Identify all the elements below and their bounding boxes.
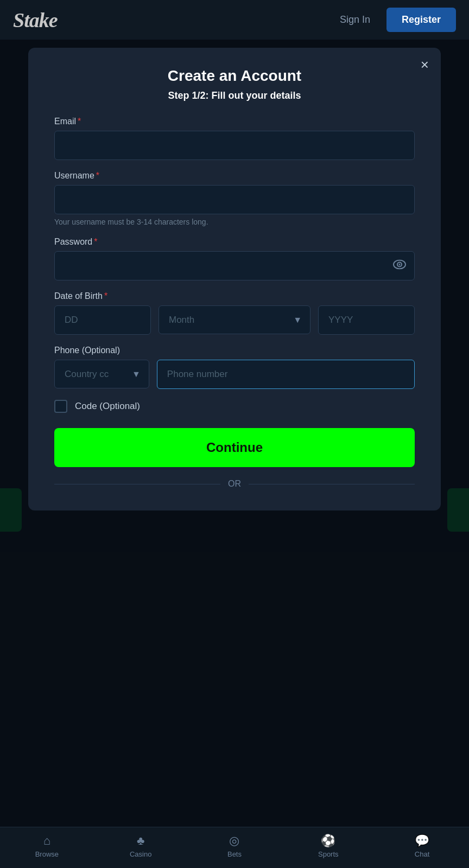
- phone-label: Phone (Optional): [54, 346, 415, 355]
- nav-label-chat: Chat: [415, 850, 429, 858]
- chat-icon: 💬: [415, 835, 429, 847]
- password-label: Password*: [54, 237, 415, 247]
- eye-icon: [393, 260, 406, 270]
- username-input[interactable]: [54, 185, 415, 214]
- email-group: Email*: [54, 117, 415, 160]
- dob-required-star: *: [104, 291, 107, 301]
- dob-row: Month January February March April May J…: [54, 305, 415, 335]
- dob-month-wrapper: Month January February March April May J…: [159, 305, 310, 335]
- username-hint: Your username must be 3-14 characters lo…: [54, 218, 415, 226]
- sports-icon: ⚽: [321, 835, 335, 847]
- logo: Stake: [13, 8, 58, 32]
- phone-row: Country cc +1 (US) +44 (UK) +61 (AU) +91…: [54, 360, 415, 389]
- svg-point-2: [399, 264, 401, 265]
- dob-month-select[interactable]: Month January February March April May J…: [159, 305, 310, 334]
- browse-icon: ⌂: [43, 835, 50, 847]
- or-divider: OR: [54, 479, 415, 489]
- nav-label-browse: Browse: [35, 850, 59, 858]
- dob-label: Date of Birth*: [54, 291, 415, 301]
- nav-item-chat[interactable]: 💬 Chat: [406, 835, 439, 858]
- password-required-star: *: [94, 237, 97, 246]
- sign-in-button[interactable]: Sign In: [330, 9, 380, 31]
- password-input[interactable]: [54, 251, 415, 280]
- close-button[interactable]: ×: [421, 58, 429, 72]
- create-account-modal: × Create an Account Step 1/2: Fill out y…: [28, 48, 441, 510]
- nav-label-sports: Sports: [318, 850, 339, 858]
- dob-day-input[interactable]: [54, 305, 151, 335]
- dob-year-input[interactable]: [318, 305, 415, 335]
- code-row: Code (Optional): [54, 400, 415, 413]
- casino-icon: ♣: [137, 835, 144, 847]
- top-nav: Stake Sign In Register: [0, 0, 469, 40]
- country-code-wrapper: Country cc +1 (US) +44 (UK) +61 (AU) +91…: [54, 360, 149, 389]
- phone-number-input[interactable]: [157, 360, 415, 389]
- username-required-star: *: [96, 171, 99, 180]
- modal-subtitle: Step 1/2: Fill out your details: [54, 90, 415, 101]
- nav-item-bets[interactable]: ◎ Bets: [218, 835, 251, 858]
- continue-button[interactable]: Continue: [54, 428, 415, 467]
- nav-label-bets: Bets: [227, 850, 242, 858]
- password-group: Password*: [54, 237, 415, 280]
- toggle-password-button[interactable]: [393, 260, 406, 272]
- password-wrapper: [54, 251, 415, 280]
- username-label: Username*: [54, 171, 415, 181]
- or-label: OR: [228, 479, 241, 489]
- country-code-select[interactable]: Country cc +1 (US) +44 (UK) +61 (AU) +91…: [54, 360, 149, 388]
- nav-label-casino: Casino: [130, 850, 151, 858]
- nav-item-casino[interactable]: ♣ Casino: [124, 835, 157, 858]
- nav-item-sports[interactable]: ⚽ Sports: [312, 835, 345, 858]
- modal-title: Create an Account: [54, 67, 415, 85]
- nav-right: Sign In Register: [330, 8, 456, 32]
- bottom-nav: ⌂ Browse ♣ Casino ◎ Bets ⚽ Sports 💬 Chat: [0, 827, 469, 868]
- email-required-star: *: [78, 117, 81, 126]
- code-label: Code (Optional): [75, 401, 140, 412]
- email-label: Email*: [54, 117, 415, 126]
- phone-group: Phone (Optional) Country cc +1 (US) +44 …: [54, 346, 415, 389]
- bets-icon: ◎: [229, 835, 239, 847]
- code-checkbox[interactable]: [54, 400, 67, 413]
- dob-group: Date of Birth* Month January February Ma…: [54, 291, 415, 335]
- register-button[interactable]: Register: [386, 8, 456, 32]
- username-group: Username* Your username must be 3-14 cha…: [54, 171, 415, 226]
- email-input[interactable]: [54, 131, 415, 160]
- nav-item-browse[interactable]: ⌂ Browse: [30, 835, 63, 858]
